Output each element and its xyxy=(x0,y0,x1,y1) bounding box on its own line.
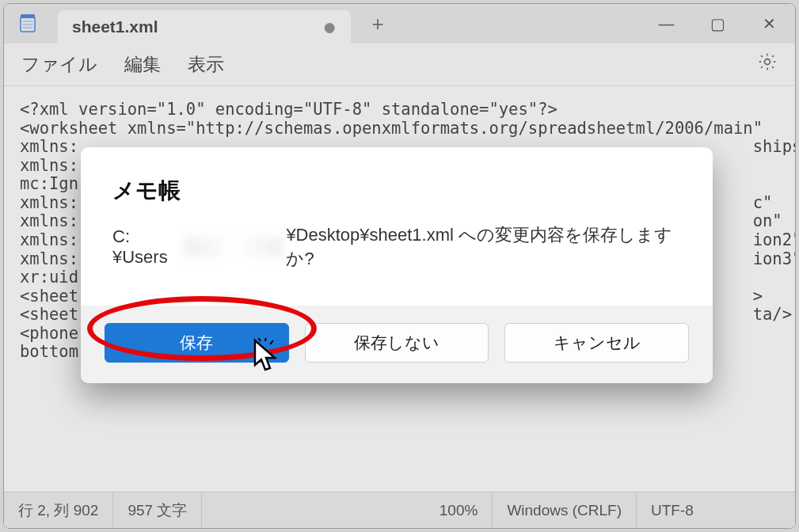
notepad-app-icon xyxy=(12,4,44,44)
statusbar: 行 2, 列 902 957 文字 100% Windows (CRLF) UT… xyxy=(4,492,795,528)
editor-line: <phone xyxy=(20,324,78,343)
menu-file[interactable]: ファイル xyxy=(21,52,97,77)
editor-line: xr:uid xyxy=(20,268,78,287)
new-tab-button[interactable]: + xyxy=(362,4,394,44)
save-confirm-dialog: メモ帳 C:¥Users¥Desktop¥sheet1.xml への変更内容を保… xyxy=(81,147,713,383)
window-controls: — ▢ ✕ xyxy=(641,4,795,44)
menu-edit[interactable]: 編集 xyxy=(124,52,161,77)
redacted-username xyxy=(185,237,283,257)
dont-save-button[interactable]: 保存しない xyxy=(305,323,489,363)
editor-line: <worksheet xmlns="http://schemas.openxml… xyxy=(20,119,763,138)
editor-line: bottom xyxy=(20,342,78,361)
file-tab[interactable]: sheet1.xml ● xyxy=(58,10,351,44)
status-zoom[interactable]: 100% xyxy=(425,492,493,528)
close-button[interactable]: ✕ xyxy=(744,4,795,44)
editor-line: mc:Ign xyxy=(20,174,78,193)
status-cursor-position: 行 2, 列 902 xyxy=(4,492,113,528)
settings-gear-icon[interactable] xyxy=(757,51,778,78)
editor-line: xmlns: xyxy=(20,156,78,175)
dialog-title: メモ帳 xyxy=(112,176,681,206)
status-encoding: UTF-8 xyxy=(637,492,795,528)
dialog-button-row: 保存 保存しない キャンセル xyxy=(81,306,713,383)
minimize-button[interactable]: — xyxy=(641,4,692,44)
menubar: ファイル 編集 表示 xyxy=(4,44,795,86)
dialog-message: C:¥Users¥Desktop¥sheet1.xml への変更内容を保存します… xyxy=(112,223,681,271)
status-char-count: 957 文字 xyxy=(113,492,202,528)
editor-line: <?xml version="1.0" encoding="UTF-8" sta… xyxy=(20,100,557,119)
cancel-button[interactable]: キャンセル xyxy=(504,323,689,363)
status-line-ending: Windows (CRLF) xyxy=(493,492,637,528)
menu-view[interactable]: 表示 xyxy=(188,52,224,77)
save-button[interactable]: 保存 xyxy=(105,323,289,363)
svg-rect-1 xyxy=(21,14,35,18)
titlebar: sheet1.xml ● + — ▢ ✕ xyxy=(4,4,795,44)
svg-point-5 xyxy=(765,59,770,65)
maximize-button[interactable]: ▢ xyxy=(692,4,744,44)
tab-title: sheet1.xml xyxy=(72,17,158,36)
